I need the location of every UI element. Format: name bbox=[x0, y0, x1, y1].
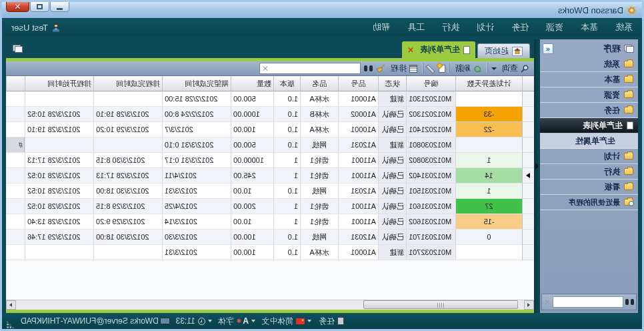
find-icon[interactable] bbox=[625, 299, 634, 305]
row-indicator-cell[interactable] bbox=[522, 137, 534, 153]
cell-sched_start[interactable]: 2012/3/28 19:10 bbox=[25, 122, 93, 137]
menu-system[interactable]: 系统 bbox=[615, 21, 633, 33]
row-indicator-cell[interactable] bbox=[522, 122, 534, 137]
sidebar-item-production-order-properties[interactable]: 生产单属性 bbox=[540, 133, 638, 149]
panel-splitter[interactable] bbox=[534, 39, 540, 313]
cell-expect[interactable]: 2012/4/11 bbox=[162, 168, 231, 184]
row-indicator-cell[interactable] bbox=[522, 168, 534, 184]
row-indicator-cell[interactable] bbox=[522, 199, 534, 214]
cell-item_no[interactable]: A11001 bbox=[338, 168, 378, 184]
cell-version[interactable]: 1 bbox=[273, 153, 300, 168]
table-row[interactable]: 1M012030802已确认A11001齿轮1110000.002012/3/3… bbox=[6, 153, 534, 168]
cell-item_name[interactable]: 齿轮1 bbox=[300, 168, 338, 184]
cell-item_no[interactable]: A12031 bbox=[338, 230, 378, 245]
cell-qty[interactable]: 500.00 bbox=[231, 91, 273, 107]
table-row[interactable]: 0M012031701已确认A12031网线1.0100.002012/3/30… bbox=[6, 230, 534, 245]
cell-version[interactable]: 1 bbox=[273, 168, 300, 184]
cell-qty[interactable]: 10000.00 bbox=[231, 153, 273, 168]
cell-version[interactable]: 1.0 bbox=[273, 107, 300, 122]
cell-item_no[interactable]: A10001 bbox=[338, 245, 378, 260]
column-header-expect[interactable]: 期望完成时间 bbox=[162, 76, 231, 91]
minimize-button[interactable] bbox=[50, 1, 69, 12]
cell-sched_start[interactable]: 2012/3/28 13:40 bbox=[25, 214, 93, 230]
cell-item_no[interactable]: A10001 bbox=[338, 91, 378, 107]
cell-qty[interactable]: 100.00 bbox=[231, 245, 273, 260]
table-row[interactable]: -15M012031602已确认A11001齿轮1110.002012/3/14… bbox=[6, 214, 534, 230]
cell-qty[interactable]: 200.00 bbox=[231, 199, 273, 214]
cell-code[interactable]: M012031601 bbox=[406, 199, 455, 214]
sidebar-item-task[interactable]: 任务 bbox=[540, 103, 638, 118]
cell-code[interactable]: M012021301 bbox=[406, 91, 455, 107]
cell-sched_start[interactable]: 2012/3/29 17:46 bbox=[25, 230, 93, 245]
cell-item_name[interactable]: 齿轮1 bbox=[300, 153, 338, 168]
row-indicator-cell[interactable] bbox=[522, 245, 534, 260]
cell-diff[interactable]: 0 bbox=[455, 230, 522, 245]
column-header-qty[interactable]: 数量 bbox=[231, 76, 273, 91]
cell-sched_start[interactable]: 2012/3/28 10:52 bbox=[25, 168, 93, 184]
cell-item_no[interactable]: A10002 bbox=[338, 107, 378, 122]
cell-expect[interactable]: 2012/2/28 15:00 bbox=[162, 91, 231, 107]
tab-production-order-list[interactable]: 生产单列表 ✕ bbox=[402, 41, 475, 58]
cell-item_name[interactable]: 水杯A bbox=[300, 245, 338, 260]
toolbar-search-input[interactable] bbox=[269, 64, 358, 73]
new-document-icon[interactable] bbox=[439, 65, 445, 73]
cell-item_name[interactable]: 齿轮1 bbox=[300, 199, 338, 214]
row-indicator-cell[interactable] bbox=[522, 230, 534, 245]
cell-expect[interactable]: 2012/3/31 bbox=[162, 245, 231, 260]
cell-version[interactable]: 1.0 bbox=[273, 184, 300, 199]
sidebar-item-plan[interactable]: 计划 bbox=[540, 149, 638, 164]
cell-qty[interactable]: 10.00 bbox=[231, 214, 273, 230]
cell-expect[interactable]: 2012/3/7 bbox=[162, 122, 231, 137]
maximize-button[interactable] bbox=[30, 1, 49, 12]
table-row[interactable]: 1M012031501已确认A12031网线1.010.002012/3/312… bbox=[6, 184, 534, 199]
column-header-item_no[interactable]: 品号 bbox=[338, 76, 378, 91]
cell-diff[interactable]: 14 bbox=[455, 168, 522, 184]
cell-status[interactable]: 新建 bbox=[378, 245, 406, 260]
column-header-item_name[interactable]: 品名 bbox=[300, 76, 338, 91]
cell-code[interactable]: M012031501 bbox=[406, 184, 455, 199]
cell-code[interactable]: M012031701 bbox=[406, 230, 455, 245]
cell-sched_start[interactable]: 2012/3/28 10:52 bbox=[25, 199, 93, 214]
cell-diff[interactable]: 27 bbox=[455, 199, 522, 214]
menu-help[interactable]: 帮助 bbox=[373, 21, 390, 33]
table-row[interactable]: M012030801新建A12031网线1.0500.002012/3/31 0… bbox=[6, 137, 534, 153]
cell-status[interactable]: 已确认 bbox=[378, 122, 406, 137]
cell-item_no[interactable]: A11001 bbox=[338, 153, 378, 168]
cell-expect[interactable]: 2012/3/31 0:10 bbox=[162, 137, 231, 153]
cell-sched_end[interactable]: 2012/3/28 19:10 bbox=[93, 107, 162, 122]
column-header-sched_start[interactable]: 排程开始时间 bbox=[25, 76, 93, 91]
sidebar-item-basic[interactable]: 基本 bbox=[540, 72, 638, 87]
column-header-version[interactable]: 版本 bbox=[273, 76, 300, 91]
user-box[interactable]: Test User bbox=[11, 23, 60, 33]
cell-qty[interactable]: 10.00 bbox=[231, 184, 273, 199]
close-button[interactable]: ✕ bbox=[6, 1, 29, 12]
cell-sched_end[interactable]: 2012/3/29 10:20 bbox=[93, 122, 162, 137]
cell-qty[interactable]: 100.00 bbox=[231, 230, 273, 245]
cell-item_no[interactable]: A11001 bbox=[338, 214, 378, 230]
cell-status[interactable]: 已确认 bbox=[378, 168, 406, 184]
scrollbar-thumb[interactable] bbox=[363, 300, 518, 309]
cell-item_no[interactable]: A12031 bbox=[338, 137, 378, 153]
cell-item_name[interactable]: 网线 bbox=[300, 184, 338, 199]
cell-expect[interactable]: 2012/3/30 bbox=[162, 230, 231, 245]
cell-sched_start[interactable] bbox=[25, 245, 93, 260]
font-selector[interactable]: A✱ 字体 bbox=[218, 316, 255, 327]
cell-diff[interactable]: -33 bbox=[455, 107, 522, 122]
cell-code[interactable]: M012021401 bbox=[406, 122, 455, 137]
cell-status[interactable]: 已确认 bbox=[378, 184, 406, 199]
cell-code[interactable]: M012030802 bbox=[406, 153, 455, 168]
window-list-icon[interactable] bbox=[13, 45, 23, 53]
column-header-code[interactable]: 编号 bbox=[406, 76, 455, 91]
cell-diff[interactable]: -22 bbox=[455, 122, 522, 137]
cell-sched_end[interactable] bbox=[93, 91, 162, 107]
find-icon[interactable] bbox=[364, 65, 373, 71]
cell-version[interactable]: 1 bbox=[273, 214, 300, 230]
cell-item_no[interactable]: A10001 bbox=[338, 122, 378, 137]
sidebar-item-kanban[interactable]: 看板 bbox=[540, 180, 638, 195]
sidebar-item-recent-programs[interactable]: 最近使用的程序 bbox=[540, 195, 638, 210]
cell-status[interactable]: 已确认 bbox=[378, 107, 406, 122]
clock-item[interactable]: 11:33 bbox=[176, 316, 212, 326]
cell-sched_end[interactable]: 2012/3/30 18:00 bbox=[93, 184, 162, 199]
cell-expect[interactable]: 2012/2/24 8:00 bbox=[162, 107, 231, 122]
cell-sched_start[interactable] bbox=[25, 137, 93, 153]
